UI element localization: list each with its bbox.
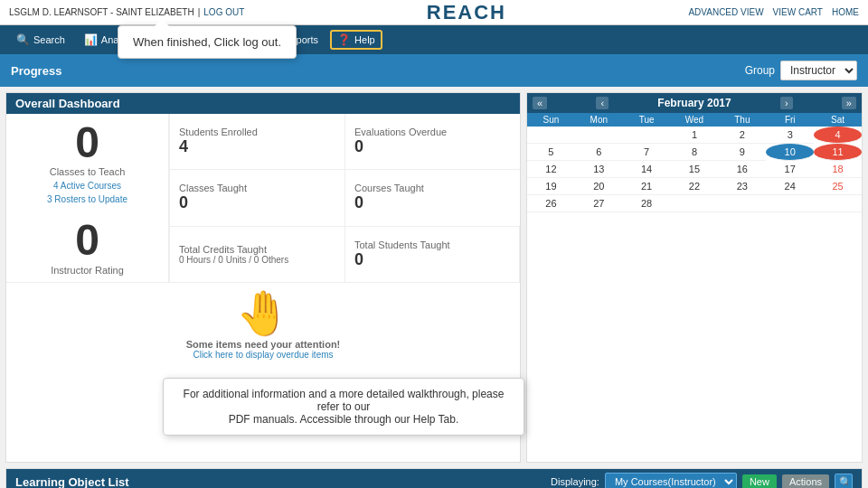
students-enrolled-number: 0 xyxy=(75,121,99,164)
view-cart-link[interactable]: VIEW CART xyxy=(773,7,823,17)
students-enrolled-title: Students Enrolled xyxy=(179,127,335,137)
progress-bar-area: Progress Group Instructor xyxy=(0,54,868,87)
evaluations-overdue-cell: Evaluations Overdue 0 xyxy=(344,114,520,170)
cal-day-mon: Mon xyxy=(575,113,623,127)
analytics-icon: 📊 xyxy=(84,33,98,46)
cal-cell-2[interactable]: 2 xyxy=(718,127,766,144)
attention-text: Some items need your attention! xyxy=(186,339,341,350)
courses-taught-cell: Courses Taught 0 xyxy=(344,170,520,226)
courses-taught-title: Courses Taught xyxy=(354,183,511,193)
total-students-value: 0 xyxy=(354,250,510,269)
attention-link[interactable]: Click here to display overdue items xyxy=(193,350,333,360)
cal-cell xyxy=(671,195,719,212)
total-credits-title: Total Credits Taught xyxy=(179,244,335,255)
classes-taught-title: Classes Taught xyxy=(179,183,335,193)
rosters-to-update-label: 3 Rosters to Update xyxy=(47,194,127,204)
separator: | xyxy=(198,7,201,17)
total-credits-cell: Total Credits Taught 0 Hours / 0 Units /… xyxy=(169,227,344,283)
username-label: LSGLM D. LEARNSOFT - SAINT ELIZABETH xyxy=(9,7,194,17)
cal-cell-17[interactable]: 17 xyxy=(766,161,814,178)
top-bar-right: ADVANCED VIEW VIEW CART HOME xyxy=(688,7,859,17)
cal-cell-8[interactable]: 8 xyxy=(671,144,719,161)
nav-search-label: Search xyxy=(33,34,65,45)
lo-actions-button[interactable]: Actions xyxy=(782,474,829,488)
group-label: Group xyxy=(745,64,775,77)
cal-cell-12[interactable]: 12 xyxy=(527,161,575,178)
cal-day-sat: Sat xyxy=(814,113,862,127)
cal-cell-11[interactable]: 11 xyxy=(814,144,862,161)
cal-cell-25[interactable]: 25 xyxy=(814,178,862,195)
evaluations-overdue-title: Evaluations Overdue xyxy=(354,127,511,137)
top-bar: LSGLM D. LEARNSOFT - SAINT ELIZABETH | L… xyxy=(0,0,868,25)
hand-icon: 🤚 xyxy=(236,288,290,339)
cal-cell-20[interactable]: 20 xyxy=(575,178,623,195)
cal-cell-22[interactable]: 22 xyxy=(671,178,719,195)
cal-cell-24[interactable]: 24 xyxy=(766,178,814,195)
cal-cell-27[interactable]: 27 xyxy=(575,195,623,212)
lo-section: Learning Object List Displaying: My Cour… xyxy=(5,468,863,488)
cal-day-thu: Thu xyxy=(718,113,766,127)
cal-cell xyxy=(766,195,814,212)
info-overlay: For additional information and a more de… xyxy=(163,378,524,436)
cal-cell[interactable] xyxy=(623,127,671,144)
cal-cell-6[interactable]: 6 xyxy=(575,144,623,161)
home-link[interactable]: HOME xyxy=(832,7,859,17)
cal-cell[interactable] xyxy=(527,127,575,144)
dashboard-grid: 0 Classes to Teach 4 Active Courses 3 Ro… xyxy=(6,114,520,283)
total-students-cell: Total Students Taught 0 xyxy=(344,227,520,283)
cal-cell-13[interactable]: 13 xyxy=(575,161,623,178)
lo-search-input[interactable] xyxy=(835,474,853,488)
cal-day-wed: Wed xyxy=(671,113,719,127)
calendar-header: « ‹ February 2017 › » xyxy=(527,93,862,113)
calendar-panel: « ‹ February 2017 › » Sun Mon Tue Wed Th… xyxy=(526,92,863,463)
top-bar-left: LSGLM D. LEARNSOFT - SAINT ELIZABETH | L… xyxy=(9,7,244,17)
classes-taught-value: 0 xyxy=(179,193,335,212)
calendar-title: February 2017 xyxy=(657,97,731,109)
cal-cell-3[interactable]: 3 xyxy=(766,127,814,144)
cal-prev-prev-btn[interactable]: « xyxy=(533,97,547,109)
cal-day-sun: Sun xyxy=(527,113,575,127)
cal-cell-26[interactable]: 26 xyxy=(527,195,575,212)
instructor-rating-number: 0 xyxy=(75,215,99,265)
cal-prev-btn[interactable]: ‹ xyxy=(596,97,609,109)
cal-cell-23[interactable]: 23 xyxy=(718,178,766,195)
classes-to-teach-label: Classes to Teach xyxy=(50,166,126,177)
cal-cell-16[interactable]: 16 xyxy=(718,161,766,178)
nav-search[interactable]: 🔍 Search xyxy=(9,30,72,50)
tooltip-text: When finished, Click log out. xyxy=(133,35,281,49)
cal-cell-28[interactable]: 28 xyxy=(623,195,671,212)
evaluations-overdue-value: 0 xyxy=(354,137,511,156)
cal-cell-10[interactable]: 10 xyxy=(766,144,814,161)
info-line1: For additional information and a more de… xyxy=(178,388,509,413)
lo-displaying-label: Displaying: xyxy=(551,476,599,487)
cal-cell-18[interactable]: 18 xyxy=(814,161,862,178)
cal-cell-15[interactable]: 15 xyxy=(671,161,719,178)
cal-cell-5[interactable]: 5 xyxy=(527,144,575,161)
search-icon: 🔍 xyxy=(16,33,30,46)
cal-cell-4[interactable]: 4 xyxy=(814,127,862,144)
cal-cell-21[interactable]: 21 xyxy=(623,178,671,195)
advanced-view-link[interactable]: ADVANCED VIEW xyxy=(688,7,763,17)
attention-box: 🤚 Some items need your attention! Click … xyxy=(6,282,520,365)
cal-cell-14[interactable]: 14 xyxy=(623,161,671,178)
cal-day-tue: Tue xyxy=(623,113,671,127)
dashboard-title: Overall Dashboard xyxy=(6,93,520,114)
logout-link[interactable]: LOG OUT xyxy=(203,7,244,17)
cal-cell xyxy=(718,195,766,212)
dashboard-left-column: 0 Classes to Teach 4 Active Courses 3 Ro… xyxy=(6,114,169,283)
cal-next-next-btn[interactable]: » xyxy=(842,97,856,109)
cal-cell-7[interactable]: 7 xyxy=(623,144,671,161)
instructor-rating-label: Instructor Rating xyxy=(51,265,124,276)
group-select[interactable]: Instructor xyxy=(780,61,857,80)
cal-cell-9[interactable]: 9 xyxy=(718,144,766,161)
nav-help[interactable]: ❓ Help xyxy=(330,30,382,50)
cal-cell-19[interactable]: 19 xyxy=(527,178,575,195)
lo-displaying-dropdown[interactable]: My Courses(Instructor) xyxy=(605,473,737,488)
students-enrolled-value: 4 xyxy=(179,137,335,156)
info-line2: PDF manuals. Accessible through our Help… xyxy=(178,413,509,426)
lo-new-button[interactable]: New xyxy=(742,474,777,488)
cal-next-btn[interactable]: › xyxy=(780,97,793,109)
progress-label: Progress xyxy=(11,64,61,78)
cal-cell-1[interactable]: 1 xyxy=(671,127,719,144)
cal-cell[interactable] xyxy=(575,127,623,144)
